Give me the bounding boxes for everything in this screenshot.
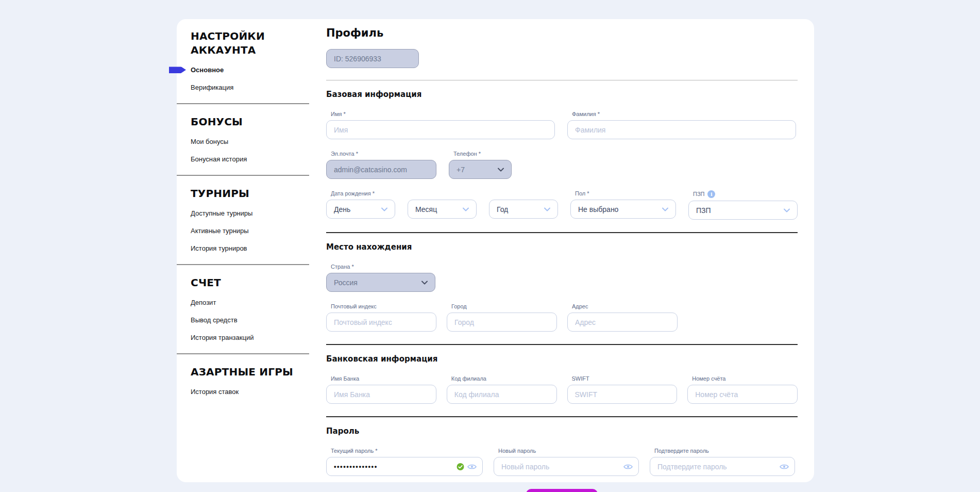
sidebar-section-account: СЧЕТ Депозит Вывод средств История транз… [177, 276, 309, 341]
sidebar-section-gambling: АЗАРТНЫЕ ИГРЫ История ставок [177, 365, 309, 396]
bank-name-field[interactable] [326, 385, 436, 404]
sidebar-item-deposit[interactable]: Депозит [177, 299, 309, 306]
confirm-password-field[interactable] [650, 457, 795, 476]
confirm-password-wrap [650, 457, 795, 476]
section-divider [326, 232, 798, 233]
sidebar-item-label: Вывод средств [191, 316, 238, 324]
sidebar-heading-bonuses: БОНУСЫ [177, 115, 309, 129]
sidebar-item-label: История ставок [191, 388, 239, 396]
sidebar-divider [177, 264, 309, 265]
sidebar-item-label: Мои бонусы [191, 138, 228, 145]
new-password-field[interactable] [494, 457, 639, 476]
birth-month-select[interactable]: Месяц [408, 200, 477, 219]
pep-label: ПЗП i [693, 190, 798, 198]
first-name-field[interactable] [326, 120, 555, 139]
birth-year-value: Год [497, 205, 508, 214]
sidebar-item-withdrawal[interactable]: Вывод средств [177, 316, 309, 324]
first-name-group: Имя * [326, 111, 555, 139]
sidebar-item-my-bonuses[interactable]: Мои бонусы [177, 138, 309, 145]
address-field[interactable] [567, 313, 678, 332]
sidebar-item-main[interactable]: Основное [177, 66, 309, 74]
active-item-arrow-icon [169, 67, 186, 73]
branch-code-label: Код филиала [451, 375, 557, 382]
chevron-down-icon [498, 168, 504, 172]
phone-label: Телефон * [453, 151, 512, 157]
birth-year-select[interactable]: Год [489, 200, 558, 219]
phone-code-value: +7 [457, 166, 465, 174]
sidebar-item-label: Бонусная история [191, 155, 247, 163]
pep-group: ПЗП i ПЗП [688, 190, 798, 220]
row-name: Имя * Фамилия * [326, 111, 798, 139]
gender-select[interactable]: Не выбрано [570, 200, 676, 219]
branch-code-field[interactable] [447, 385, 557, 404]
row-password: Текущий пароль * Новый пароль [326, 448, 798, 476]
pep-select[interactable]: ПЗП [688, 201, 798, 220]
row-birth-gender-pep: Дата рождения * День Месяц [326, 190, 798, 220]
phone-group: Телефон * +7 [449, 151, 512, 179]
new-password-group: Новый пароль [494, 448, 639, 476]
info-icon[interactable]: i [707, 190, 715, 198]
swift-label: SWIFT [572, 375, 678, 382]
birth-day-select[interactable]: День [326, 200, 395, 219]
sidebar-item-label: Верификация [191, 84, 233, 91]
sidebar-section-account-settings: НАСТРОЙКИ АККАУНТА Основное Верификация [177, 29, 309, 91]
sidebar-heading-gambling: АЗАРТНЫЕ ИГРЫ [177, 365, 309, 379]
confirm-password-group: Подтвердите пароль [650, 448, 795, 476]
section-divider [326, 80, 798, 80]
last-name-group: Фамилия * [567, 111, 796, 139]
country-group: Страна * Россия [326, 264, 435, 292]
birth-year-label [494, 190, 558, 197]
current-password-wrap [326, 457, 483, 476]
sidebar-item-verification[interactable]: Верификация [177, 84, 309, 91]
profile-main: Профиль Базовая информация Имя * Фамилия… [309, 19, 816, 482]
account-number-field[interactable] [687, 385, 798, 404]
birth-month-group: Месяц [408, 190, 477, 220]
new-password-label: Новый пароль [498, 448, 639, 454]
country-select: Россия [326, 273, 435, 292]
chevron-down-icon [421, 281, 428, 285]
country-label: Страна * [331, 264, 435, 270]
sidebar-item-label: Активные турниры [191, 227, 249, 235]
address-group: Адрес [567, 303, 678, 332]
row-address: Почтовый индекс Город Адрес [326, 303, 798, 332]
sidebar-item-bonus-history[interactable]: Бонусная история [177, 155, 309, 163]
sidebar-item-tournament-history[interactable]: История турниров [177, 244, 309, 252]
section-title-password: Пароль [326, 427, 798, 436]
swift-field[interactable] [567, 385, 678, 404]
city-group: Город [447, 303, 557, 332]
eye-icon[interactable] [467, 464, 477, 470]
pep-label-text: ПЗП [693, 191, 704, 198]
sidebar-item-label: История турниров [191, 244, 247, 252]
current-password-label: Текущий пароль * [331, 448, 483, 454]
sidebar-item-available-tournaments[interactable]: Доступные турниры [177, 209, 309, 217]
sidebar-section-bonuses: БОНУСЫ Мои бонусы Бонусная история [177, 115, 309, 163]
eye-icon[interactable] [780, 464, 789, 470]
user-id-field [326, 49, 419, 68]
postal-field[interactable] [326, 313, 436, 332]
email-label: Эл.почта * [331, 151, 436, 157]
current-password-group: Текущий пароль * [326, 448, 483, 476]
last-name-field[interactable] [567, 120, 796, 139]
city-field[interactable] [447, 313, 557, 332]
gender-label: Пол * [575, 190, 676, 197]
sidebar-item-active-tournaments[interactable]: Активные турниры [177, 227, 309, 235]
save-button[interactable]: СОХРАНИТЬ [526, 489, 597, 492]
chevron-down-icon [463, 207, 469, 211]
birth-year-group: Год [489, 190, 558, 220]
birth-day-value: День [334, 205, 350, 214]
birth-day-group: Дата рождения * День [326, 190, 395, 220]
section-title-location: Место нахождения [326, 242, 798, 252]
sidebar-heading-account: СЧЕТ [177, 276, 309, 290]
sidebar-item-bet-history[interactable]: История ставок [177, 388, 309, 396]
gender-group: Пол * Не выбрано [570, 190, 676, 220]
valid-check-icon [457, 463, 464, 470]
sidebar-heading-tournaments: ТУРНИРЫ [177, 187, 309, 201]
account-settings-card: НАСТРОЙКИ АККАУНТА Основное Верификация … [177, 19, 814, 482]
sidebar-item-transaction-history[interactable]: История транзакций [177, 334, 309, 341]
sidebar-divider [177, 103, 309, 104]
new-password-wrap [494, 457, 639, 476]
chevron-down-icon [662, 207, 668, 211]
account-number-label: Номер счёта [692, 375, 798, 382]
eye-icon[interactable] [623, 464, 633, 470]
first-name-label: Имя * [331, 111, 555, 118]
